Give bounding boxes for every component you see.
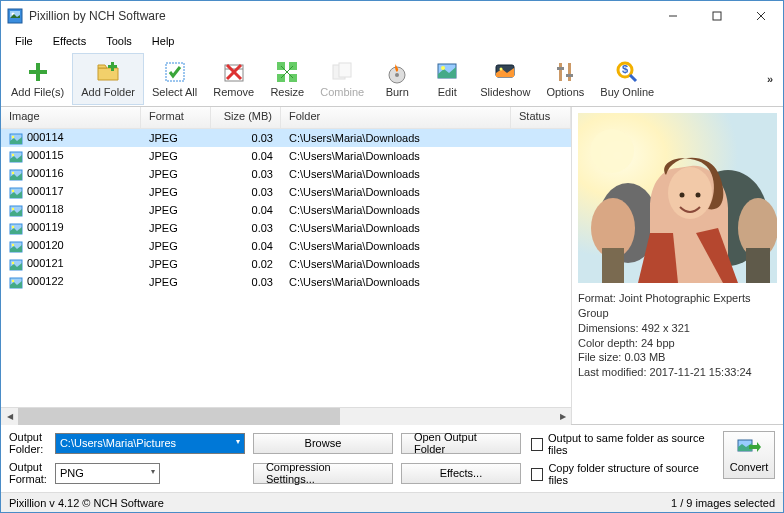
table-row[interactable]: 000114JPEG0.03C:\Users\Maria\Downloads xyxy=(1,129,571,147)
window-title: Pixillion by NCH Software xyxy=(29,9,651,23)
svg-point-44 xyxy=(12,207,14,209)
output-format-label: Output Format: xyxy=(9,461,47,485)
svg-rect-31 xyxy=(566,74,573,77)
open-output-folder-button[interactable]: Open Output Folder xyxy=(401,433,521,454)
app-logo-icon xyxy=(7,8,23,24)
output-format-combo[interactable]: PNG ▾ xyxy=(55,463,160,484)
svg-rect-28 xyxy=(559,63,562,81)
resize-button[interactable]: Resize xyxy=(262,53,312,105)
table-row[interactable]: 000121JPEG0.02C:\Users\Maria\Downloads xyxy=(1,255,571,273)
buy-online-icon: $ xyxy=(615,60,639,84)
options-icon xyxy=(553,60,577,84)
output-folder-label: Output Folder: xyxy=(9,431,47,455)
add-folder-button[interactable]: Add Folder xyxy=(72,53,144,105)
options-button[interactable]: Options xyxy=(538,53,592,105)
select-all-icon xyxy=(163,60,187,84)
svg-rect-30 xyxy=(557,67,564,70)
svg-point-38 xyxy=(12,153,14,155)
table-row[interactable]: 000116JPEG0.03C:\Users\Maria\Downloads xyxy=(1,165,571,183)
resize-icon xyxy=(275,60,299,84)
statusbar: Pixillion v 4.12 © NCH Software 1 / 9 im… xyxy=(1,492,783,512)
svg-rect-10 xyxy=(108,65,117,68)
table-row[interactable]: 000120JPEG0.04C:\Users\Maria\Downloads xyxy=(1,237,571,255)
table-row[interactable]: 000115JPEG0.04C:\Users\Maria\Downloads xyxy=(1,147,571,165)
col-size[interactable]: Size (MB) xyxy=(211,107,281,128)
copy-folder-structure-checkbox[interactable]: Copy folder structure of source files xyxy=(531,462,713,486)
status-selection: 1 / 9 images selected xyxy=(671,497,775,509)
col-folder[interactable]: Folder xyxy=(281,107,511,128)
output-same-folder-checkbox[interactable]: Output to same folder as source files xyxy=(531,432,713,456)
burn-icon xyxy=(385,60,409,84)
output-folder-combo[interactable]: C:\Users\Maria\Pictures ▾ xyxy=(55,433,245,454)
svg-rect-29 xyxy=(568,63,571,81)
horizontal-scrollbar[interactable]: ◀ ▶ xyxy=(1,407,571,424)
convert-button[interactable]: Convert xyxy=(723,431,775,479)
svg-point-40 xyxy=(12,171,14,173)
menu-help[interactable]: Help xyxy=(144,33,183,49)
image-file-icon xyxy=(9,187,23,199)
toolbar: Add File(s) Add Folder Select All Remove… xyxy=(1,51,783,107)
toolbar-overflow-button[interactable]: » xyxy=(759,73,781,85)
scroll-thumb[interactable] xyxy=(18,408,340,425)
edit-button[interactable]: Edit xyxy=(422,53,472,105)
chevron-down-icon: ▾ xyxy=(151,467,155,476)
scroll-right-button[interactable]: ▶ xyxy=(554,408,571,425)
effects-button[interactable]: Effects... xyxy=(401,463,521,484)
file-list: Image Format Size (MB) Folder Status 000… xyxy=(1,107,571,424)
menubar: File Effects Tools Help xyxy=(1,31,783,51)
chevron-down-icon: ▾ xyxy=(236,437,240,446)
folder-plus-icon xyxy=(96,60,120,84)
image-file-icon xyxy=(9,169,23,181)
svg-line-33 xyxy=(630,75,636,81)
svg-point-50 xyxy=(12,261,14,263)
svg-point-25 xyxy=(441,66,445,70)
image-file-icon xyxy=(9,223,23,235)
close-button[interactable] xyxy=(739,2,783,30)
image-file-icon xyxy=(9,151,23,163)
menu-file[interactable]: File xyxy=(7,33,41,49)
col-image[interactable]: Image xyxy=(1,107,141,128)
svg-point-48 xyxy=(12,243,14,245)
maximize-button[interactable] xyxy=(695,2,739,30)
col-format[interactable]: Format xyxy=(141,107,211,128)
status-version: Pixillion v 4.12 © NCH Software xyxy=(9,497,671,509)
slideshow-icon xyxy=(493,60,517,84)
svg-point-54 xyxy=(590,129,634,173)
table-row[interactable]: 000117JPEG0.03C:\Users\Maria\Downloads xyxy=(1,183,571,201)
add-files-button[interactable]: Add File(s) xyxy=(3,53,72,105)
table-row[interactable]: 000122JPEG0.03C:\Users\Maria\Downloads xyxy=(1,273,571,291)
burn-button[interactable]: Burn xyxy=(372,53,422,105)
svg-point-23 xyxy=(395,73,399,77)
image-file-icon xyxy=(9,205,23,217)
svg-point-27 xyxy=(500,67,503,70)
table-row[interactable]: 000118JPEG0.04C:\Users\Maria\Downloads xyxy=(1,201,571,219)
svg-rect-61 xyxy=(602,248,624,283)
browse-button[interactable]: Browse xyxy=(253,433,393,454)
minimize-button[interactable] xyxy=(651,2,695,30)
edit-icon xyxy=(435,60,459,84)
svg-text:$: $ xyxy=(622,63,628,75)
buy-online-button[interactable]: $ Buy Online xyxy=(592,53,662,105)
image-file-icon xyxy=(9,259,23,271)
remove-icon xyxy=(222,60,246,84)
remove-button[interactable]: Remove xyxy=(205,53,262,105)
table-row[interactable]: 000119JPEG0.03C:\Users\Maria\Downloads xyxy=(1,219,571,237)
svg-rect-8 xyxy=(29,70,47,74)
preview-pane xyxy=(578,113,777,283)
image-file-icon xyxy=(9,133,23,145)
svg-rect-63 xyxy=(746,248,770,283)
svg-point-59 xyxy=(696,193,701,198)
checkbox-icon xyxy=(531,438,543,451)
col-status[interactable]: Status xyxy=(511,107,571,128)
svg-rect-21 xyxy=(339,63,351,77)
menu-effects[interactable]: Effects xyxy=(45,33,94,49)
compression-settings-button[interactable]: Compression Settings... xyxy=(253,463,393,484)
menu-tools[interactable]: Tools xyxy=(98,33,140,49)
scroll-left-button[interactable]: ◀ xyxy=(1,408,18,425)
slideshow-button[interactable]: Slideshow xyxy=(472,53,538,105)
select-all-button[interactable]: Select All xyxy=(144,53,205,105)
titlebar: Pixillion by NCH Software xyxy=(1,1,783,31)
combine-button[interactable]: Combine xyxy=(312,53,372,105)
svg-point-42 xyxy=(12,189,14,191)
image-file-icon xyxy=(9,241,23,253)
